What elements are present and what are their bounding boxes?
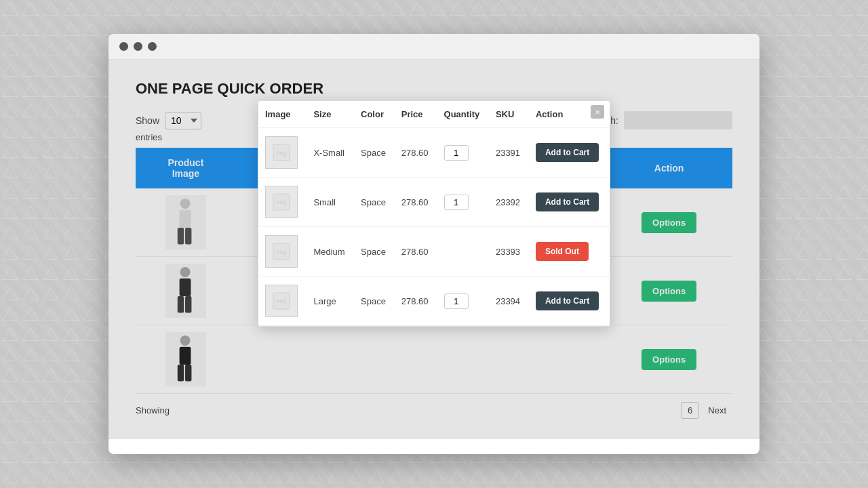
modal-col-image: Image bbox=[258, 101, 307, 128]
modal-image-placeholder-2: img bbox=[265, 186, 298, 218]
modal-color-1: Space bbox=[354, 128, 395, 178]
modal-size-2: Small bbox=[307, 178, 354, 227]
modal-img-cell-3: img bbox=[258, 227, 307, 277]
modal-image-placeholder-3: img bbox=[265, 235, 298, 268]
modal-col-price: Price bbox=[395, 101, 437, 128]
modal-close-button[interactable]: × bbox=[591, 105, 604, 119]
modal-action-cell-1: Add to Cart bbox=[529, 128, 610, 178]
modal-price-2: 278.60 bbox=[395, 178, 437, 227]
modal-qty-cell-4 bbox=[437, 277, 489, 326]
dot-yellow bbox=[134, 42, 142, 51]
modal-qty-cell-2 bbox=[437, 178, 489, 227]
modal-size-1: X-Small bbox=[307, 128, 354, 178]
modal-row-medium: img Medium Space 278.60 23393 Sold Out bbox=[258, 227, 610, 277]
svg-text:img: img bbox=[277, 298, 286, 304]
modal-sku-4: 23394 bbox=[489, 277, 529, 326]
modal-size-3: Medium bbox=[307, 227, 354, 277]
modal-img-cell-4: img bbox=[258, 277, 307, 326]
modal-qty-input-2[interactable] bbox=[444, 195, 469, 210]
modal-qty-input-1[interactable] bbox=[444, 145, 469, 161]
modal-img-cell-2: img bbox=[258, 178, 307, 227]
modal-qty-cell-1 bbox=[437, 128, 489, 178]
modal-color-4: Space bbox=[354, 277, 395, 326]
modal-action-cell-4: Add to Cart bbox=[529, 277, 610, 326]
modal-qty-input-4[interactable] bbox=[444, 293, 469, 309]
sold-out-btn-3[interactable]: Sold Out bbox=[536, 242, 589, 261]
add-to-cart-btn-1[interactable]: Add to Cart bbox=[536, 143, 599, 162]
modal-col-size: Size bbox=[307, 101, 354, 128]
svg-text:img: img bbox=[277, 199, 286, 205]
modal-price-3: 278.60 bbox=[395, 227, 437, 277]
modal-qty-cell-3 bbox=[437, 227, 489, 277]
dot-green bbox=[148, 42, 157, 51]
window-content: ONE PAGE QUICK ORDER Show 10 25 50 100 P… bbox=[108, 60, 760, 439]
modal-header-row: Image Size Color Price Quantity SKU Acti… bbox=[258, 101, 610, 128]
titlebar bbox=[108, 34, 760, 60]
modal-row-small: img Small Space 278.60 23392 bbox=[258, 178, 610, 227]
modal-sku-1: 23391 bbox=[489, 128, 529, 178]
modal-dialog: × Image Size Color Price Quantity SKU Ac… bbox=[258, 100, 610, 327]
modal-image-placeholder-1: img bbox=[265, 136, 298, 169]
modal-price-1: 278.60 bbox=[395, 128, 437, 178]
modal-img-cell-1: img bbox=[258, 128, 307, 178]
modal-image-placeholder-4: img bbox=[265, 285, 298, 317]
modal-action-cell-2: Add to Cart bbox=[529, 178, 610, 227]
modal-table: Image Size Color Price Quantity SKU Acti… bbox=[258, 101, 610, 326]
add-to-cart-btn-2[interactable]: Add to Cart bbox=[536, 192, 599, 211]
svg-text:img: img bbox=[277, 150, 286, 156]
modal-col-sku: SKU bbox=[489, 101, 529, 128]
modal-col-color: Color bbox=[354, 101, 395, 128]
modal-row-large: img Large Space 278.60 23394 bbox=[258, 277, 610, 326]
add-to-cart-btn-4[interactable]: Add to Cart bbox=[536, 291, 599, 310]
svg-text:img: img bbox=[277, 249, 286, 255]
modal-size-4: Large bbox=[307, 277, 354, 326]
modal-color-3: Space bbox=[354, 227, 395, 277]
modal-color-2: Space bbox=[354, 178, 395, 227]
modal-sku-2: 23392 bbox=[489, 178, 529, 227]
modal-row-xsmall: img X-Small Space 278.60 23391 bbox=[258, 128, 610, 178]
modal-sku-3: 23393 bbox=[489, 227, 529, 277]
modal-col-quantity: Quantity bbox=[437, 101, 489, 128]
modal-overlay: × Image Size Color Price Quantity SKU Ac… bbox=[108, 60, 760, 439]
modal-action-cell-3: Sold Out bbox=[529, 227, 610, 277]
dot-red bbox=[119, 42, 128, 51]
modal-price-4: 278.60 bbox=[395, 277, 437, 326]
